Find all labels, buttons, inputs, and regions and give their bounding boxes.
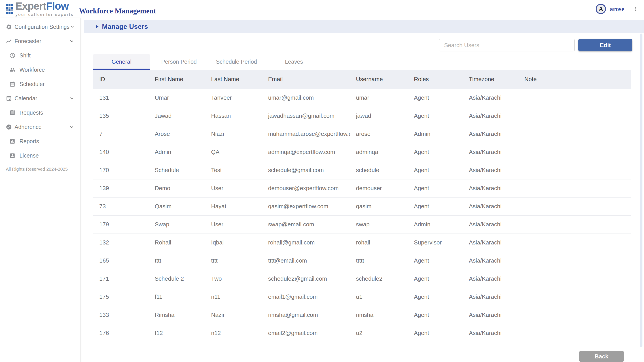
table-row[interactable]: 7AroseNiazimuhammad.arose@expertflow.com… [93, 125, 631, 143]
table-cell: n13 [205, 342, 262, 349]
sidebar-item-label: Reports [20, 138, 39, 145]
table-cell: email1@gmail.com [262, 288, 350, 306]
table-cell: 7 [93, 125, 148, 143]
table-cell: Agent [408, 270, 463, 288]
table-row[interactable]: 170ScheduleTestschedule@gmail.comschedul… [93, 161, 631, 179]
table-cell: arose [350, 125, 408, 143]
table-cell: Asia/Karachi [463, 215, 518, 234]
calendar-range-icon [10, 81, 16, 87]
copyright-text: All Rights Reserved 2024-2025 [0, 163, 80, 172]
table-row[interactable]: 176f12n12email2@gmail.comu2AgentAsia/Kar… [93, 324, 631, 342]
sidebar-item-forecaster[interactable]: Forecaster [0, 34, 80, 48]
more-vert-icon[interactable] [632, 5, 639, 13]
sidebar-item-requests[interactable]: Requests [0, 105, 80, 120]
table-cell [518, 197, 631, 215]
table-cell: ttttt [350, 252, 408, 270]
chevron-down-icon [69, 38, 75, 44]
tab-leaves[interactable]: Leaves [265, 54, 323, 70]
sidebar-item-adherence[interactable]: Adherence [0, 120, 80, 134]
table-cell: n12 [205, 324, 262, 342]
table-row[interactable]: 73QasimHayatqasim@expertflow.comqasimAge… [93, 197, 631, 215]
table-cell: u3 [350, 342, 408, 349]
table-cell: Schedule [148, 161, 205, 179]
sidebar-item-label: Shift [20, 52, 31, 59]
sidebar-item-label: Forecaster [14, 38, 41, 44]
column-header: Username [350, 70, 408, 89]
table-cell: Asia/Karachi [463, 161, 518, 179]
avatar[interactable]: A [596, 4, 606, 14]
table-cell: swap [350, 215, 408, 234]
sidebar-item-scheduler[interactable]: Scheduler [0, 77, 80, 91]
table-row[interactable]: 175f11n11email1@gmail.comu1AgentAsia/Kar… [93, 288, 631, 306]
table-row[interactable]: 177f13n13email3@gmail.comu3AgentAsia/Kar… [93, 342, 631, 349]
trending-up-icon [6, 38, 12, 44]
brand-flow: Flow [46, 0, 69, 12]
table-cell: Supervisor [408, 234, 463, 252]
sidebar-item-reports[interactable]: Reports [0, 134, 80, 148]
table-cell: 170 [93, 161, 148, 179]
back-button[interactable]: Back [579, 351, 624, 362]
table-row[interactable]: 171Schedule 2Twoschedule2@gmail.comsched… [93, 270, 631, 288]
table-row[interactable]: 133RimshaNazirrimsha@gmail.comrimshaAgen… [93, 306, 631, 324]
table-cell: 177 [93, 342, 148, 349]
sidebar-item-configuration-settings[interactable]: Configuration Settings [0, 20, 80, 34]
chevron-down-icon [70, 24, 75, 30]
tab-schedule-period[interactable]: Schedule Period [208, 54, 265, 70]
table-cell: Rimsha [148, 306, 205, 324]
tab-general[interactable]: General [93, 54, 150, 70]
search-input[interactable] [439, 39, 575, 51]
table-cell: tttt [205, 252, 262, 270]
table-cell: Nazir [205, 306, 262, 324]
table-row[interactable]: 139DemoUserdemouser@expertflow.comdemous… [93, 179, 631, 197]
sidebar-item-calendar[interactable]: Calendar [0, 91, 80, 105]
manage-users-section-header[interactable]: Manage Users [84, 20, 644, 33]
user-menu: A arose [596, 4, 639, 14]
table-cell: 73 [93, 197, 148, 215]
table-cell: 176 [93, 324, 148, 342]
table-cell: Asia/Karachi [463, 342, 518, 349]
column-header: Email [262, 70, 350, 89]
table-row[interactable]: 140AdminQAadminqa@expertflow.comadminqaA… [93, 143, 631, 161]
table-cell: Admin [408, 125, 463, 143]
chevron-down-icon [69, 95, 75, 101]
table-row[interactable]: 165tttttttttttt@email.comtttttAgentAsia/… [93, 252, 631, 270]
table-cell: Asia/Karachi [463, 252, 518, 270]
table-cell: 131 [93, 89, 148, 107]
table-cell: u2 [350, 324, 408, 342]
vertical-scrollbar[interactable] [640, 33, 642, 347]
column-header: Roles [408, 70, 463, 89]
tab-person-period[interactable]: Person Period [150, 54, 208, 70]
top-header: ExpertFlow your callcenter experts Workf… [0, 0, 644, 18]
column-header: Timezone [463, 70, 518, 89]
table-cell: 132 [93, 234, 148, 252]
sidebar-item-workforce[interactable]: Workforce [0, 62, 80, 77]
table-cell: Agent [408, 107, 463, 125]
table-row[interactable]: 135JawadHassanjawadhassan@gmail.comjawad… [93, 107, 631, 125]
table-cell [518, 125, 631, 143]
table-cell: umar@gmail.com [262, 89, 350, 107]
clock-icon [10, 52, 16, 58]
table-cell: f11 [148, 288, 205, 306]
table-cell: 133 [93, 306, 148, 324]
table-cell: tttt@email.com [262, 252, 350, 270]
table-cell: Agent [408, 143, 463, 161]
table-row[interactable]: 179SwapUserswap@email.comswapAdminAsia/K… [93, 215, 631, 234]
table-cell: rimsha@gmail.com [262, 306, 350, 324]
table-cell: 175 [93, 288, 148, 306]
table-cell: adminqa [350, 143, 408, 161]
table-row[interactable]: 132RohailIqbalrohail@gmail.comrohailSupe… [93, 234, 631, 252]
edit-button[interactable]: Edit [578, 39, 632, 51]
users-table: IDFirst NameLast NameEmailUsernameRolesT… [93, 70, 631, 349]
table-row[interactable]: 131UmarTanveerumar@gmail.comumarAgentAsi… [93, 89, 631, 107]
sidebar-item-shift[interactable]: Shift [0, 48, 80, 62]
table-cell: 135 [93, 107, 148, 125]
sidebar-item-license[interactable]: License [0, 148, 80, 163]
table-cell [518, 143, 631, 161]
table-cell: 179 [93, 215, 148, 234]
table-cell: rimsha [350, 306, 408, 324]
table-cell: Asia/Karachi [463, 306, 518, 324]
table-cell: Umar [148, 89, 205, 107]
table-cell: schedule [350, 161, 408, 179]
table-cell: 140 [93, 143, 148, 161]
table-cell: Admin [148, 143, 205, 161]
